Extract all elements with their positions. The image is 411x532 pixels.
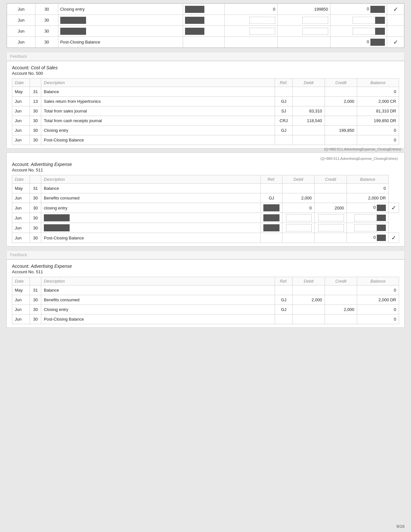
credit-cell: 199850 [277, 4, 330, 15]
balance-cell: 2,000 DR [347, 193, 389, 203]
balance-dark[interactable] [377, 215, 386, 221]
debit-input[interactable] [286, 224, 312, 231]
balance-input[interactable] [370, 6, 385, 13]
col-credit: Credit [325, 277, 357, 285]
day-cell: 30 [30, 193, 41, 203]
ref-cell[interactable] [183, 4, 225, 15]
desc-cell: Benefits consumed [41, 295, 275, 305]
credit-cell: 2,000 [325, 305, 357, 314]
credit-cell [315, 184, 347, 193]
checkmark-icon: ✓ [391, 205, 396, 211]
ref-cell[interactable] [183, 26, 225, 37]
balance-cell[interactable]: 0 [330, 4, 387, 15]
desc-input[interactable] [60, 28, 86, 35]
balance-dark[interactable] [377, 205, 386, 211]
debit-cell: 0 [225, 4, 278, 15]
credit-input[interactable] [318, 214, 344, 221]
desc-cell[interactable] [58, 15, 183, 26]
balance-cell[interactable]: 0 [347, 233, 389, 243]
check-cell: ✓ [389, 203, 399, 213]
balance-cell[interactable]: 0 [330, 37, 387, 48]
balance-input[interactable] [354, 224, 377, 231]
desc-cell: Post-Closing Balance [41, 314, 275, 324]
credit-input[interactable] [302, 17, 328, 24]
account-name-adv1: Advertising Expense [31, 162, 72, 167]
credit-cell[interactable] [315, 213, 347, 223]
ref-input[interactable] [185, 28, 204, 35]
desc-cell[interactable] [58, 26, 183, 37]
balance-input[interactable] [354, 214, 377, 221]
desc-cell[interactable] [41, 213, 261, 223]
checkmark-icon: ✓ [393, 6, 398, 13]
credit-cell[interactable] [277, 26, 330, 37]
debit-cell[interactable] [282, 223, 315, 233]
balance-cell: 81,310 DR [357, 106, 399, 116]
cost-of-sales-section: Account: Cost of Sales Account No. 500 D… [6, 61, 405, 149]
desc-cell: Closing entry [41, 126, 275, 135]
ref-cell[interactable] [261, 213, 282, 223]
col-desc: Description [41, 175, 261, 184]
ref-input[interactable] [185, 17, 204, 24]
debit-cell [282, 233, 315, 243]
balance-cell: 2,000 CR [357, 97, 399, 106]
table-row: Jun 13 Sales return from Hypertronics GJ… [12, 97, 399, 106]
balance-input[interactable] [377, 235, 386, 241]
debit-cell[interactable] [282, 213, 315, 223]
month-cell: May [12, 87, 30, 97]
ref-cell [261, 184, 282, 193]
ref-input[interactable] [263, 214, 279, 221]
balance-cell: 0 [357, 135, 399, 145]
desc-cell: Post-Closing Balance [41, 135, 275, 145]
credit-cell[interactable]: 2000 [315, 203, 347, 213]
month-cell: Jun [12, 305, 30, 314]
desc-input[interactable] [60, 17, 86, 24]
month-cell: Jun [12, 193, 30, 203]
adv-hint: (Q=960-511.AdvertisingExpense_ClosingEnt… [324, 146, 405, 152]
debit-input[interactable] [250, 17, 275, 24]
credit-cell[interactable] [277, 15, 330, 26]
day-cell: 31 [30, 87, 41, 97]
balance-cell[interactable] [347, 223, 389, 233]
balance-input[interactable] [353, 17, 375, 24]
checkmark-icon: ✓ [391, 235, 396, 241]
month-cell: Jun [7, 26, 35, 37]
debit-cell [225, 37, 278, 48]
debit-cell: 2,000 [293, 295, 325, 305]
desc-input[interactable] [44, 214, 70, 221]
ref-cell[interactable] [261, 223, 282, 233]
ref-cell[interactable] [261, 203, 282, 213]
debit-cell [293, 305, 325, 314]
debit-input[interactable] [250, 28, 275, 35]
ref-input[interactable] [263, 204, 279, 211]
credit-cell: 2,000 [325, 97, 357, 106]
col-ref: Ref. [275, 277, 293, 285]
debit-cell[interactable] [225, 15, 278, 26]
ref-cell[interactable] [183, 15, 225, 26]
balance-cell[interactable]: 0 [347, 203, 389, 213]
credit-input[interactable] [302, 28, 328, 35]
desc-cell: Balance [41, 285, 275, 295]
desc-input[interactable] [44, 224, 70, 231]
ref-input[interactable] [185, 6, 204, 13]
month-cell: Jun [7, 4, 35, 15]
balance-input[interactable] [370, 39, 385, 46]
balance-dark[interactable] [377, 225, 386, 231]
debit-cell[interactable] [225, 26, 278, 37]
balance-cell[interactable] [330, 26, 387, 37]
desc-cell[interactable] [41, 223, 261, 233]
ref-input[interactable] [263, 224, 279, 231]
balance-dark[interactable] [375, 17, 385, 24]
page-number: 9/16 [396, 524, 405, 529]
col-debit: Debit [282, 175, 315, 184]
balance-cell[interactable] [347, 213, 389, 223]
debit-input[interactable] [286, 214, 312, 221]
credit-cell [325, 285, 357, 295]
debit-cell[interactable]: 0 [282, 203, 315, 213]
col-date: Date [12, 175, 30, 184]
balance-cell[interactable] [330, 15, 387, 26]
balance-input[interactable] [353, 28, 375, 35]
credit-input[interactable] [318, 224, 344, 231]
credit-cell[interactable] [315, 223, 347, 233]
balance-dark[interactable] [375, 28, 385, 35]
credit-cell [315, 193, 347, 203]
